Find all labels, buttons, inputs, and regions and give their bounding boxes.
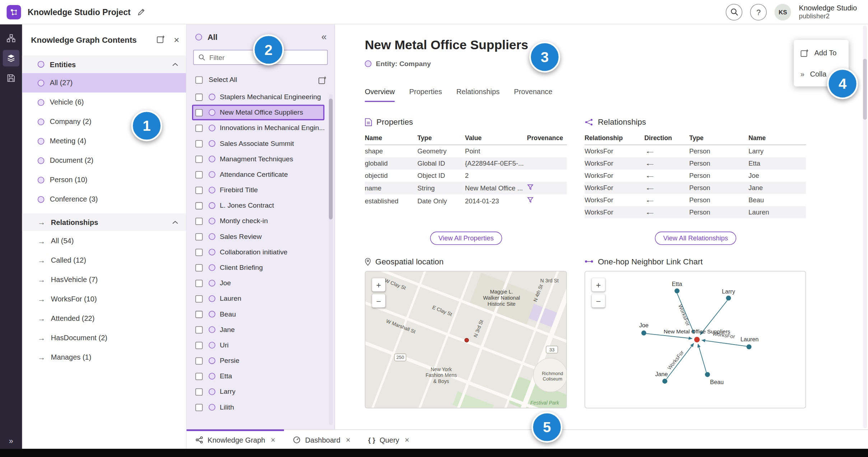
node-center[interactable] bbox=[694, 337, 700, 342]
close-icon[interactable]: × bbox=[271, 435, 275, 444]
provenance-icon[interactable] bbox=[527, 197, 534, 203]
add-new-icon[interactable] bbox=[157, 35, 165, 45]
entity-link[interactable]: Joe bbox=[748, 170, 806, 182]
property-row[interactable]: globalidGlobal ID{A228944F-0EF5-... bbox=[365, 157, 567, 170]
link-chart-canvas[interactable]: + − bbox=[584, 271, 806, 408]
list-item[interactable]: Beau bbox=[192, 306, 325, 322]
relationship-row[interactable]: WorksFor ← Person Larry bbox=[584, 145, 806, 157]
relationship-link[interactable]: WorksFor bbox=[584, 145, 644, 157]
help-button[interactable]: ? bbox=[750, 4, 767, 20]
entity-link[interactable]: Jane bbox=[748, 182, 806, 194]
checkbox[interactable] bbox=[195, 249, 202, 256]
checkbox[interactable] bbox=[195, 186, 202, 194]
relationship-type-called[interactable]: →Called (12) bbox=[22, 250, 186, 270]
checkbox[interactable] bbox=[195, 233, 202, 240]
node-jane[interactable] bbox=[662, 379, 667, 384]
list-item[interactable]: Firebird Title bbox=[192, 182, 325, 198]
chevron-up-icon[interactable] bbox=[172, 62, 178, 66]
view-all-properties-button[interactable]: View All Properties bbox=[430, 232, 502, 245]
list-item[interactable]: Persie bbox=[192, 353, 325, 368]
node-larry[interactable] bbox=[726, 296, 731, 301]
rail-layers-button[interactable] bbox=[3, 50, 19, 66]
map-marker-icon[interactable] bbox=[465, 338, 469, 342]
property-row[interactable]: objectidObject ID2 bbox=[365, 170, 567, 182]
list-item[interactable]: Larry bbox=[192, 384, 325, 400]
checkbox[interactable] bbox=[195, 280, 202, 287]
node-beau[interactable] bbox=[705, 372, 710, 377]
scrollbar-thumb[interactable] bbox=[329, 98, 333, 219]
chevron-up-icon[interactable] bbox=[172, 220, 178, 224]
relationship-type-attended[interactable]: →Attended (22) bbox=[22, 309, 186, 328]
checkbox[interactable] bbox=[195, 388, 202, 395]
relationship-type-hasdocument[interactable]: →HasDocument (2) bbox=[22, 328, 186, 347]
zoom-out-button[interactable]: − bbox=[592, 294, 605, 308]
scrollbar-track[interactable] bbox=[863, 26, 867, 428]
checkbox[interactable] bbox=[195, 93, 202, 101]
list-item[interactable]: Etta bbox=[192, 368, 325, 384]
relationships-section-header[interactable]: → Relationships bbox=[22, 213, 186, 231]
add-new-icon[interactable] bbox=[318, 75, 327, 84]
provenance-icon[interactable] bbox=[527, 184, 534, 191]
list-item[interactable]: L. Jones Contract bbox=[192, 198, 325, 213]
tab-relationships[interactable]: Relationships bbox=[456, 88, 499, 102]
entity-link[interactable]: Larry bbox=[748, 145, 806, 157]
list-item[interactable]: Jane bbox=[192, 322, 325, 337]
entity-link[interactable]: Lauren bbox=[748, 206, 806, 218]
list-item[interactable]: Managment Techniques bbox=[192, 151, 325, 167]
edit-title-icon[interactable] bbox=[137, 8, 145, 16]
checkbox[interactable] bbox=[195, 156, 202, 163]
close-icon[interactable]: × bbox=[174, 35, 179, 45]
checkbox[interactable] bbox=[195, 357, 202, 364]
list-item[interactable]: Staplers Mechanical Engineering bbox=[192, 89, 325, 105]
property-row[interactable]: shapeGeometryPoint bbox=[365, 145, 567, 157]
list-item[interactable]: Collaboration initiative bbox=[192, 244, 325, 260]
list-item[interactable]: Lilith bbox=[192, 400, 325, 415]
checkbox[interactable] bbox=[195, 140, 202, 147]
node-lauren[interactable] bbox=[747, 344, 752, 349]
checkbox[interactable] bbox=[195, 310, 202, 318]
node-etta[interactable] bbox=[675, 288, 680, 294]
map-canvas[interactable]: W Clay St E Clay St N 3rd St N 3rd St N … bbox=[365, 271, 567, 408]
relationship-type-manages[interactable]: →Manages (1) bbox=[22, 347, 186, 367]
entity-type-vehicle[interactable]: Vehicle (6) bbox=[22, 93, 186, 112]
checkbox[interactable] bbox=[195, 124, 202, 131]
checkbox[interactable] bbox=[195, 202, 202, 209]
tab-overview[interactable]: Overview bbox=[365, 88, 395, 102]
list-item[interactable]: Innovations in Mechanical Engin... bbox=[192, 120, 325, 136]
relationship-type-hasvehicle[interactable]: →HasVehicle (7) bbox=[22, 270, 186, 289]
list-item-selected[interactable]: New Metal Office Suppliers bbox=[192, 105, 325, 120]
property-row[interactable]: nameStringNew Metal Office ... bbox=[365, 182, 567, 194]
checkbox[interactable] bbox=[195, 109, 202, 116]
relationship-type-worksfor[interactable]: →WorksFor (10) bbox=[22, 289, 186, 309]
entities-section-header[interactable]: Entities bbox=[22, 55, 186, 73]
close-icon[interactable]: × bbox=[346, 435, 351, 444]
relationship-link[interactable]: WorksFor bbox=[584, 182, 644, 194]
checkbox[interactable] bbox=[195, 342, 202, 349]
entity-link[interactable]: Etta bbox=[748, 157, 806, 170]
relationship-link[interactable]: WorksFor bbox=[584, 157, 644, 170]
flyout-add-to[interactable]: Add To bbox=[794, 42, 849, 63]
node-joe[interactable] bbox=[641, 331, 647, 336]
relationship-link[interactable]: WorksFor bbox=[584, 170, 644, 182]
search-button[interactable] bbox=[726, 4, 742, 20]
relationship-link[interactable]: WorksFor bbox=[584, 194, 644, 206]
relationship-row[interactable]: WorksFor ← Person Beau bbox=[584, 194, 806, 206]
entity-type-all[interactable]: All (27) bbox=[22, 73, 186, 93]
list-item[interactable]: Client Briefing bbox=[192, 260, 325, 275]
entity-link[interactable]: Beau bbox=[748, 194, 806, 206]
user-avatar[interactable]: KS bbox=[775, 4, 791, 20]
list-item[interactable]: Uri bbox=[192, 337, 325, 353]
property-row[interactable]: establishedDate Only2014-01-23 bbox=[365, 194, 567, 207]
zoom-in-button[interactable]: + bbox=[372, 278, 385, 291]
list-item[interactable]: Montly check-in bbox=[192, 213, 325, 229]
zoom-out-button[interactable]: − bbox=[372, 294, 385, 308]
checkbox[interactable] bbox=[195, 326, 202, 333]
rail-expand-button[interactable]: » bbox=[0, 437, 22, 446]
entity-type-person[interactable]: Person (10) bbox=[22, 170, 186, 189]
select-all-checkbox[interactable] bbox=[195, 76, 202, 83]
list-item[interactable]: Joe bbox=[192, 275, 325, 291]
checkbox[interactable] bbox=[195, 264, 202, 271]
list-item[interactable]: Sales Associate Summit bbox=[192, 136, 325, 151]
tab-properties[interactable]: Properties bbox=[409, 88, 442, 102]
relationship-row[interactable]: WorksFor ← Person Etta bbox=[584, 157, 806, 170]
